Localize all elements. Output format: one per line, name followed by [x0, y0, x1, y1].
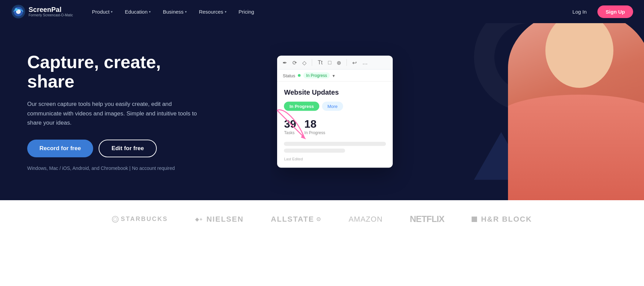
toolbar-zoom-icon[interactable]: ⊕ — [337, 59, 341, 66]
svg-point-6 — [114, 218, 117, 221]
mockup-footer: Last Edited — [284, 157, 386, 161]
hero-title: Capture, create, share — [27, 52, 204, 91]
person-sweater — [508, 95, 644, 200]
hrblock-logo: H&R BLOCK — [472, 215, 532, 224]
status-indicator — [298, 74, 301, 77]
hero-buttons: Record for free Edit for free — [27, 140, 204, 157]
starbucks-logo: STARBUCKS — [112, 216, 168, 223]
blurred-line-1 — [284, 142, 386, 146]
toolbar-text-icon[interactable]: Tt — [318, 60, 322, 66]
navbar: ScreenPal Formerly Screencast-O-Matic Pr… — [0, 0, 644, 23]
toolbar-divider — [312, 59, 312, 66]
mockup-tabs: In Progress More — [284, 102, 386, 111]
mockup-card-title: Website Updates — [284, 89, 386, 96]
status-badge: In Progress — [303, 73, 329, 79]
amazon-logo: amazon — [349, 215, 383, 224]
blurred-line-2 — [284, 149, 345, 153]
hero-right-panel: ✒ ⟳ ◇ Tt □ ⊕ ↩ … Status In Progress ▾ We… — [270, 23, 644, 200]
tab-more[interactable]: More — [322, 102, 343, 111]
nielsen-icon: ◆+ — [195, 217, 203, 222]
hero-description: Our screen capture tools help you easily… — [27, 99, 204, 127]
stat-tasks: 39 Tasks — [284, 118, 296, 135]
allstate-icon: ⊙ — [316, 216, 321, 222]
nav-item-resources[interactable]: Resources ▾ — [193, 6, 232, 17]
toolbar-more-icon[interactable]: … — [362, 60, 368, 66]
toolbar-shape-icon[interactable]: □ — [328, 60, 332, 66]
person-photo — [508, 23, 644, 200]
mockup-stats: 39 Tasks 18 In Progress — [284, 118, 386, 135]
svg-point-5 — [112, 216, 118, 222]
dropdown-chevron-icon[interactable]: ▾ — [333, 73, 335, 78]
stat-inprogress-number: 18 — [304, 118, 325, 130]
stat-tasks-label: Tasks — [284, 130, 296, 135]
starbucks-icon — [112, 216, 119, 223]
toolbar-pen-icon[interactable]: ✒ — [283, 59, 287, 66]
trusted-logos-section: STARBUCKS ◆+ Nielsen Allstate ⊙ amazon N… — [0, 200, 644, 238]
mockup-toolbar: ✒ ⟳ ◇ Tt □ ⊕ ↩ … — [277, 56, 393, 70]
toolbar-divider-2 — [346, 59, 347, 66]
ui-mockup-card: ✒ ⟳ ◇ Tt □ ⊕ ↩ … Status In Progress ▾ We… — [277, 56, 393, 168]
chevron-down-icon: ▾ — [149, 10, 151, 14]
chevron-down-icon: ▾ — [111, 10, 113, 14]
toolbar-undo-icon[interactable]: ↩ — [352, 59, 357, 66]
nav-item-pricing[interactable]: Pricing — [233, 6, 260, 17]
login-button[interactable]: Log In — [566, 6, 594, 17]
mockup-status-bar: Status In Progress ▾ — [277, 70, 393, 82]
allstate-logo: Allstate ⊙ — [271, 215, 322, 224]
person-face — [545, 23, 613, 88]
mockup-body: Website Updates In Progress More 39 Task… — [277, 82, 393, 168]
signup-button[interactable]: Sign Up — [597, 5, 633, 18]
chevron-down-icon: ▾ — [185, 10, 187, 14]
netflix-logo: NETFLIX — [410, 214, 444, 224]
nav-item-business[interactable]: Business ▾ — [157, 6, 192, 17]
nielsen-logo: ◆+ Nielsen — [195, 215, 244, 224]
stat-tasks-number: 39 — [284, 118, 296, 130]
toolbar-eraser-icon[interactable]: ◇ — [302, 59, 306, 66]
hero-section: Capture, create, share Our screen captur… — [0, 23, 644, 200]
chevron-down-icon: ▾ — [225, 10, 226, 14]
logo-title: ScreenPal — [29, 6, 73, 13]
logo-subtitle: Formerly Screencast-O-Matic — [29, 13, 73, 17]
record-for-free-button[interactable]: Record for free — [27, 140, 93, 157]
toolbar-brush-icon[interactable]: ⟳ — [292, 59, 297, 66]
stat-in-progress: 18 In Progress — [304, 118, 325, 135]
stat-inprogress-label: In Progress — [304, 130, 325, 135]
hrblock-icon — [472, 217, 477, 222]
status-label: Status — [283, 73, 295, 78]
nav-links: Product ▾ Education ▾ Business ▾ Resourc… — [87, 6, 566, 17]
tab-in-progress[interactable]: In Progress — [284, 102, 319, 111]
platforms-text: Windows, Mac / iOS, Android, and Chromeb… — [27, 165, 204, 171]
nav-item-product[interactable]: Product ▾ — [87, 6, 118, 17]
hero-content: Capture, create, share Our screen captur… — [0, 32, 231, 191]
logo[interactable]: ScreenPal Formerly Screencast-O-Matic — [11, 4, 73, 19]
nav-actions: Log In Sign Up — [566, 5, 633, 18]
edit-for-free-button[interactable]: Edit for free — [99, 140, 157, 157]
screenpal-logo-icon — [11, 4, 26, 19]
nav-item-education[interactable]: Education ▾ — [119, 6, 156, 17]
